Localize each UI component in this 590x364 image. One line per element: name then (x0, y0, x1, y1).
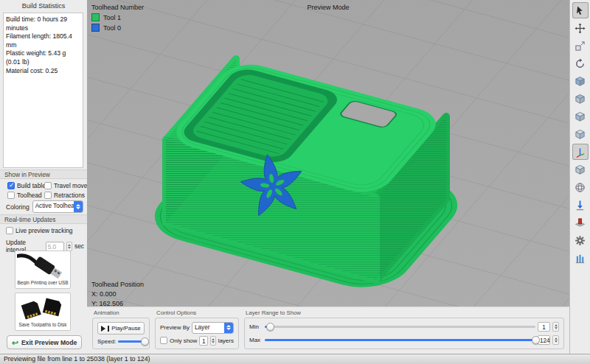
view-side-button[interactable] (572, 126, 589, 142)
max-stepper[interactable] (552, 335, 559, 345)
import-toolpath-button[interactable] (572, 197, 589, 213)
layer-range-group: Layer Range to Show Min 1 Max 124 (244, 309, 564, 349)
build-statistics-title: Build Statistics (0, 2, 87, 10)
control-options-title: Control Options (156, 309, 239, 316)
checkbox-icon (7, 192, 15, 199)
max-value-field[interactable]: 124 (538, 335, 550, 345)
toolhead-position-title: Toolhead Position (91, 281, 144, 288)
slicer-preview-window: Build Statistics Build time: 0 hours 29 … (0, 0, 590, 364)
dropdown-arrows-icon (74, 201, 83, 212)
checkbox-build-table[interactable]: Build table (7, 182, 44, 189)
min-value-field[interactable]: 1 (538, 322, 550, 332)
max-layer-slider[interactable] (265, 339, 535, 341)
scale-model-button[interactable] (572, 38, 589, 54)
green-model-render (87, 0, 569, 354)
coordinate-axes-button[interactable] (572, 144, 589, 160)
cross-section-button[interactable] (572, 214, 589, 231)
only-show-checkbox[interactable] (160, 337, 167, 344)
legend-title: Toolhead Number (91, 4, 144, 11)
view-top-button[interactable] (572, 91, 589, 107)
min-label: Min (249, 323, 263, 330)
speed-label: Speed: (97, 338, 116, 345)
stat-line: Build time: 0 hours 29 minutes (6, 15, 80, 32)
viewport-canvas[interactable]: Toolhead Number Tool 1Tool 0 Preview Mod… (87, 0, 569, 354)
view-default-button[interactable] (572, 73, 589, 89)
bottom-panel: Animation Play/Pause Speed: Control Opti… (87, 307, 569, 354)
show-in-preview-header: Show in Preview (0, 169, 87, 179)
only-show-field[interactable]: 1 (199, 336, 208, 346)
live-preview-tracking-label: Live preview tracking (15, 227, 72, 234)
show-model-button[interactable] (572, 161, 589, 178)
select-cursor-button[interactable] (572, 2, 589, 18)
live-preview-tracking-checkbox[interactable]: Live preview tracking (6, 227, 72, 234)
legend-label: Tool 0 (103, 24, 121, 32)
sd-card-photo (17, 295, 69, 321)
exit-button-label: Exit Preview Mode (21, 339, 77, 346)
min-stepper[interactable] (552, 322, 559, 332)
disk-button-label: Save Toolpaths to Disk (17, 321, 69, 327)
layer-range-title: Layer Range to Show (246, 309, 564, 316)
update-interval-unit: sec (74, 242, 84, 250)
play-pause-label: Play/Pause (111, 325, 140, 332)
play-pause-button[interactable]: Play/Pause (97, 322, 145, 335)
update-interval-stepper[interactable] (66, 242, 72, 251)
support-structures-button[interactable] (572, 250, 589, 266)
checkbox-label: Build table (17, 182, 46, 189)
speed-knob[interactable] (141, 337, 149, 346)
realtime-updates-header: Real-time Updates (0, 214, 87, 224)
pause-icon (108, 326, 109, 332)
stat-line: Plastic weight: 5.43 g (0.01 lb) (6, 49, 80, 66)
control-options-group: Control Options Preview By Layer Only sh… (155, 309, 239, 349)
checkbox-icon (44, 182, 52, 189)
checkbox-icon (7, 182, 15, 189)
coloring-row: Coloring Active Toolhead (6, 200, 83, 213)
preview-by-label: Preview By (160, 324, 190, 331)
checkbox-travel-moves[interactable]: Travel moves (44, 182, 91, 189)
preview-options: Build tableTravel movesToolheadRetractio… (7, 182, 86, 199)
toolhead-x: X: 0.000 (91, 290, 144, 298)
only-show-label: Only show (170, 337, 197, 344)
play-icon (101, 326, 105, 332)
preview-by-value: Layer (192, 323, 224, 333)
update-interval-field[interactable]: 5.0 (46, 242, 64, 251)
legend-swatch (91, 13, 100, 21)
animation-group: Animation Play/Pause Speed: (92, 309, 150, 349)
save-toolpaths-button[interactable]: Save Toolpaths to Disk (15, 293, 71, 331)
dropdown-arrows-icon (224, 323, 233, 333)
exit-preview-mode-button[interactable]: ↩ Exit Preview Mode (7, 335, 82, 349)
max-slider-knob[interactable] (532, 336, 540, 344)
legend-item: Tool 0 (91, 24, 144, 32)
min-slider-knob[interactable] (266, 323, 274, 331)
rotate-model-button[interactable] (572, 55, 589, 71)
begin-printing-usb-button[interactable]: Begin Printing over USB (15, 251, 71, 289)
checkbox-label: Retractions (54, 192, 85, 199)
legend-label: Tool 1 (103, 14, 121, 21)
checkbox-toolhead[interactable]: Toolhead (7, 192, 44, 199)
move-model-button[interactable] (572, 20, 589, 36)
checkbox-label: Travel moves (54, 182, 91, 189)
machine-settings-button[interactable] (572, 232, 589, 248)
only-show-stepper[interactable] (210, 336, 216, 346)
checkbox-icon (44, 192, 52, 199)
preview-mode-title: Preview Mode (307, 4, 349, 11)
legend-item: Tool 1 (91, 13, 144, 21)
animation-title: Animation (94, 309, 150, 316)
speed-slider[interactable] (118, 340, 145, 343)
left-panel: Build Statistics Build time: 0 hours 29 … (0, 0, 88, 354)
view-front-button[interactable] (572, 108, 589, 125)
wireframe-view-button[interactable] (572, 179, 589, 195)
checkbox-label: Toolhead (17, 192, 42, 199)
preview-by-select[interactable]: Layer (192, 322, 234, 334)
status-bar: Previewing file from line 1 to 25038 (la… (0, 354, 590, 364)
only-show-unit: layers (218, 337, 234, 344)
usb-cable-photo (17, 253, 69, 279)
build-statistics-box: Build time: 0 hours 29 minutesFilament l… (3, 13, 83, 168)
coloring-label: Coloring (6, 203, 30, 211)
checkbox-icon (6, 227, 13, 234)
stat-line: Material cost: 0.25 (6, 67, 80, 76)
checkbox-retractions[interactable]: Retractions (44, 192, 91, 199)
coloring-select[interactable]: Active Toolhead (32, 200, 83, 213)
min-layer-slider[interactable] (265, 326, 535, 328)
back-arrow-icon: ↩ (12, 339, 18, 346)
right-toolbar (569, 0, 590, 354)
